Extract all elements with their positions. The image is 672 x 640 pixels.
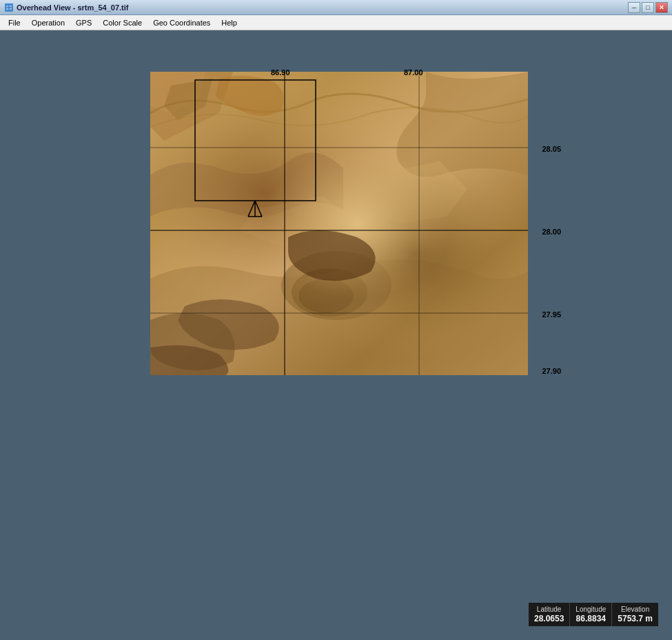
longitude-label-8700: 87.00 [404, 68, 423, 77]
latitude-label-2805: 28.05 [542, 145, 561, 153]
terrain-image [150, 72, 528, 375]
longitude-value: 86.8834 [576, 614, 606, 623]
menu-file[interactable]: File [3, 17, 26, 28]
app-icon [4, 3, 14, 12]
latitude-value: 28.0653 [534, 614, 564, 623]
menu-geo-coordinates[interactable]: Geo Coordinates [147, 17, 216, 28]
elevation-value: 5753.7 m [618, 614, 653, 623]
longitude-cell: Longitude 86.8834 [570, 603, 612, 626]
maximize-button[interactable]: □ [642, 2, 654, 13]
status-bar: Latitude 28.0653 Longitude 86.8834 Eleva… [529, 603, 658, 626]
latitude-label-2795: 27.95 [542, 310, 561, 319]
elevation-cell: Elevation 5753.7 m [612, 603, 658, 626]
window-title: Overhead View - srtm_54_07.tif [17, 3, 128, 12]
latitude-label-2790: 27.90 [542, 367, 561, 375]
longitude-label: Longitude [576, 606, 606, 613]
minimize-button[interactable]: ─ [628, 2, 640, 13]
menu-gps[interactable]: GPS [70, 17, 97, 28]
main-area: 86.90 87.00 28.05 28.00 27.95 27.90 Lati… [0, 30, 672, 640]
title-bar: Overhead View - srtm_54_07.tif ─ □ ✕ [0, 0, 672, 15]
elevation-label: Elevation [618, 606, 653, 613]
latitude-label-2800: 28.00 [542, 228, 561, 236]
window-controls: ─ □ ✕ [628, 2, 668, 13]
menu-operation[interactable]: Operation [26, 17, 70, 28]
longitude-label-8690: 86.90 [271, 68, 290, 77]
menu-color-scale[interactable]: Color Scale [97, 17, 147, 28]
menu-help[interactable]: Help [216, 17, 243, 28]
title-bar-left: Overhead View - srtm_54_07.tif [4, 3, 128, 12]
map-container[interactable]: 86.90 87.00 28.05 28.00 27.95 27.90 [150, 72, 528, 375]
latitude-cell: Latitude 28.0653 [529, 603, 570, 626]
close-button[interactable]: ✕ [655, 2, 668, 13]
menu-bar: File Operation GPS Color Scale Geo Coord… [0, 15, 672, 30]
latitude-label: Latitude [534, 606, 564, 613]
